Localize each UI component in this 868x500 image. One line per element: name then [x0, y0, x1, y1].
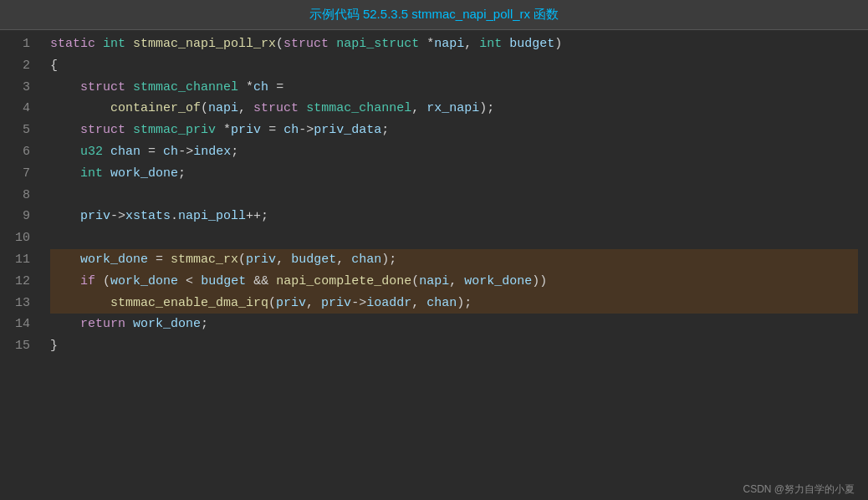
watermark-text: CSDN @努力自学的小夏 [743, 483, 855, 495]
code-line-12: if (work_done < budget && napi_complete_… [50, 271, 858, 293]
code-content: static int stmmac_napi_poll_rx(struct na… [40, 33, 868, 476]
code-line-6: u32 chan = ch->index; [50, 141, 858, 163]
watermark: CSDN @努力自学的小夏 [0, 479, 868, 500]
title-bar: 示例代码 52.5.3.5 stmmac_napi_poll_rx 函数 [0, 0, 868, 30]
code-area: 1 2 3 4 5 6 7 8 9 10 11 12 13 14 15 stat… [0, 30, 868, 479]
code-line-9: priv->xstats.napi_poll++; [50, 206, 858, 227]
code-line-4: container_of(napi, struct stmmac_channel… [50, 98, 858, 120]
code-window: 示例代码 52.5.3.5 stmmac_napi_poll_rx 函数 1 2… [0, 0, 868, 500]
code-line-3: struct stmmac_channel *ch = [50, 77, 858, 99]
code-line-1: static int stmmac_napi_poll_rx(struct na… [50, 33, 858, 55]
line-numbers: 1 2 3 4 5 6 7 8 9 10 11 12 13 14 15 [0, 33, 40, 476]
code-line-7: int work_done; [50, 163, 858, 185]
code-line-2: { [50, 55, 858, 77]
code-line-14: return work_done; [50, 314, 858, 335]
code-line-11: work_done = stmmac_rx(priv, budget, chan… [50, 249, 858, 271]
code-line-5: struct stmmac_priv *priv = ch->priv_data… [50, 120, 858, 141]
code-line-15: } [50, 335, 858, 357]
title-text: 示例代码 52.5.3.5 stmmac_napi_poll_rx 函数 [309, 7, 559, 21]
code-line-13: stmmac_enable_dma_irq(priv, priv->ioaddr… [50, 293, 858, 314]
code-line-8 [50, 185, 858, 207]
code-line-10 [50, 227, 858, 249]
